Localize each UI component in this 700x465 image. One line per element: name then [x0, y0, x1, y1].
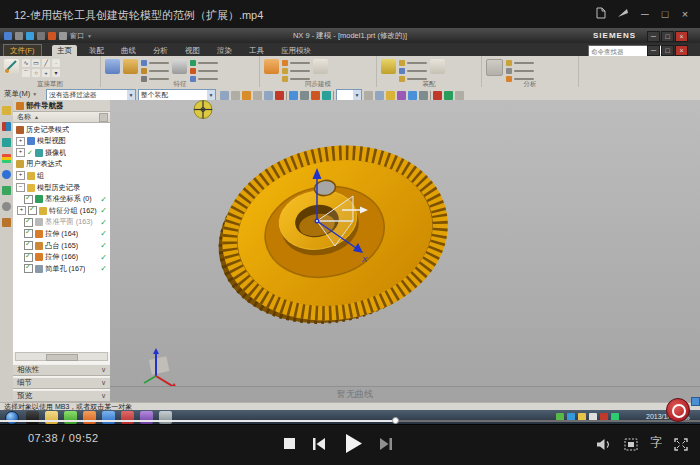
section-icon[interactable]	[444, 91, 453, 100]
point-icon[interactable]: ·	[52, 59, 60, 67]
pin-on-top-icon[interactable]	[614, 7, 632, 21]
tree-row[interactable]: 凸台 (165)✓	[13, 240, 110, 251]
roles-icon[interactable]	[2, 218, 11, 227]
move-face-icon[interactable]	[264, 59, 279, 74]
checkbox[interactable]	[24, 264, 33, 273]
tree-row[interactable]: −模型历史记录	[13, 182, 110, 193]
nx-minimize-button[interactable]: ─	[647, 31, 660, 42]
shaded-view-icon[interactable]	[311, 91, 320, 100]
video-progress-handle[interactable]	[392, 417, 399, 424]
rotate-icon[interactable]	[419, 91, 428, 100]
history-palette-icon[interactable]	[2, 202, 11, 211]
tree-row[interactable]: 拉伸 (164)✓	[13, 228, 110, 239]
tree-row[interactable]: +✓摄像机	[13, 147, 110, 158]
graphics-canvas[interactable]: X	[110, 100, 700, 386]
collapse-icon[interactable]: −	[16, 183, 25, 192]
expand-icon[interactable]: +	[17, 206, 26, 215]
previous-button[interactable]	[312, 437, 326, 455]
menu-button[interactable]: 菜单(M) ▼	[4, 89, 37, 99]
checkbox[interactable]	[24, 218, 33, 227]
tree-row[interactable]: +组	[13, 170, 110, 181]
scrollbar-thumb[interactable]	[46, 354, 78, 361]
profile-icon[interactable]: ∿	[22, 59, 30, 67]
expand-icon[interactable]: +	[16, 171, 25, 180]
nx-doc-minimize-button[interactable]: ─	[647, 45, 660, 56]
sketch-icon[interactable]	[4, 59, 19, 74]
tree-row[interactable]: 简单孔 (167)✓	[13, 263, 110, 274]
selection-scope-dropdown[interactable]: 整个装配▼	[138, 89, 216, 101]
checkbox[interactable]	[24, 253, 33, 262]
tree-row[interactable]: 基准坐标系 (0)✓	[13, 194, 110, 205]
line-icon[interactable]: ╱	[42, 59, 50, 67]
part-navigator-header[interactable]: 部件导航器	[13, 100, 110, 112]
expand-icon[interactable]: +	[16, 137, 25, 146]
command-finder-input[interactable]	[589, 47, 653, 55]
tree-row[interactable]: +特征分组 (162) "齿...✓	[13, 205, 110, 216]
arc-icon[interactable]: ⌒	[22, 69, 30, 77]
more-icon[interactable]: ▾	[52, 69, 60, 77]
column-filter-icon[interactable]	[99, 113, 108, 122]
stop-button[interactable]	[284, 438, 295, 449]
extrude-icon[interactable]	[105, 59, 120, 74]
tree-row[interactable]: 基准平面 (163)✓	[13, 217, 110, 228]
selection-filter-dropdown[interactable]: 没有选择过滤器▼	[46, 89, 136, 101]
tree-row[interactable]: 拉伸 (166)✓	[13, 252, 110, 263]
circle-icon[interactable]: ○	[32, 69, 40, 77]
assembly-navigator-icon[interactable]	[2, 106, 11, 115]
tree-row[interactable]: 历史记录模式	[13, 124, 110, 135]
aspect-frame-icon[interactable]	[624, 437, 638, 455]
nx-restore-button[interactable]: □	[661, 31, 674, 42]
fit-view-icon[interactable]	[386, 91, 395, 100]
details-panel[interactable]: 细节∨	[13, 377, 110, 389]
close-button[interactable]: ×	[676, 7, 694, 21]
expand-icon[interactable]: +	[16, 148, 25, 157]
fullscreen-button[interactable]	[674, 437, 688, 455]
rectangle-icon[interactable]: ▭	[32, 59, 40, 67]
start-button[interactable]	[5, 411, 19, 425]
nx-doc-restore-button[interactable]: □	[661, 45, 674, 56]
pan-icon[interactable]	[408, 91, 417, 100]
dependencies-panel[interactable]: 相依性∨	[13, 364, 110, 376]
checkbox[interactable]	[24, 241, 33, 250]
tree-horizontal-scrollbar[interactable]	[15, 352, 108, 361]
play-button[interactable]	[345, 434, 362, 457]
open-file-icon[interactable]	[592, 7, 610, 21]
constraint-navigator-icon[interactable]	[2, 122, 11, 131]
edit-section-icon[interactable]	[455, 91, 464, 100]
plus-icon[interactable]: +	[42, 69, 50, 77]
web-browser-icon[interactable]	[2, 186, 11, 195]
perspective-icon[interactable]	[433, 91, 442, 100]
view-orient-icon[interactable]	[289, 91, 298, 100]
next-button[interactable]	[379, 437, 393, 455]
checkbox[interactable]	[24, 195, 33, 204]
snap-point-icon[interactable]	[220, 91, 229, 100]
subtitle-button[interactable]: 字	[650, 434, 662, 451]
maximize-button[interactable]: □	[656, 7, 674, 21]
wireframe-view-icon[interactable]	[322, 91, 331, 100]
reuse-library-icon[interactable]	[2, 154, 11, 163]
tree-row[interactable]: 用户表达式	[13, 159, 110, 170]
snap-mid-icon[interactable]	[242, 91, 251, 100]
view-fit-icon[interactable]	[300, 91, 309, 100]
zoom-icon[interactable]	[397, 91, 406, 100]
name-column-header[interactable]: 名称 ▲	[13, 112, 110, 123]
snap-quadrant-icon[interactable]	[275, 91, 284, 100]
hole-icon[interactable]	[172, 59, 187, 74]
snap-end-icon[interactable]	[231, 91, 240, 100]
snap-center-icon[interactable]	[253, 91, 262, 100]
measure-icon[interactable]	[486, 59, 503, 76]
checkbox[interactable]	[28, 206, 37, 215]
checkbox[interactable]	[24, 229, 33, 238]
refresh-icon[interactable]	[375, 91, 384, 100]
hd3d-tools-icon[interactable]	[2, 170, 11, 179]
constraints-icon[interactable]	[430, 59, 445, 74]
tree-row[interactable]: +模型视图	[13, 136, 110, 147]
nx-doc-close-button[interactable]: ×	[675, 45, 688, 56]
add-component-icon[interactable]	[381, 59, 396, 74]
volume-icon[interactable]	[596, 437, 612, 455]
window-icon[interactable]	[364, 91, 373, 100]
more-sync-icon[interactable]	[313, 59, 328, 74]
minimize-button[interactable]: ─	[636, 7, 654, 21]
tray-popup-icon[interactable]	[691, 397, 700, 406]
revolve-icon[interactable]	[123, 59, 138, 74]
